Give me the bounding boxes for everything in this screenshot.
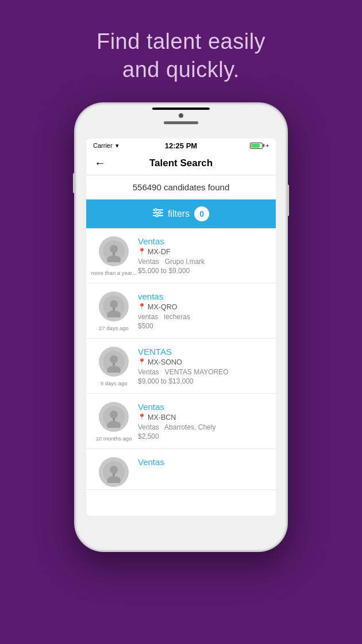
candidate-salary-4: $2,500 xyxy=(138,432,268,440)
phone-top-bar xyxy=(164,113,198,124)
status-bar: Carrier ▾ 12:25 PM + xyxy=(86,139,276,152)
candidate-info-5: Ventas xyxy=(133,457,268,469)
candidate-salary-1: $5,000 to $9,000 xyxy=(138,267,268,275)
filters-badge: 0 xyxy=(194,206,209,221)
avatar-col-5 xyxy=(94,457,133,487)
candidate-name-2: ventas xyxy=(138,292,268,301)
candidate-location-2: 📍 MX-QRO xyxy=(138,303,268,311)
avatar-2 xyxy=(99,292,129,321)
avatar-col-1: more than a year... xyxy=(94,236,133,276)
candidate-item-5[interactable]: Ventas xyxy=(86,449,276,490)
candidate-tags-2: ventas lecheras xyxy=(138,313,268,321)
candidates-count: 556490 candidates found xyxy=(86,175,276,200)
location-text-2: MX-QRO xyxy=(148,303,177,311)
candidate-name-3: VENTAS xyxy=(138,347,268,356)
headline-line1: Find talent easily xyxy=(97,29,265,53)
phone-mockup: Carrier ▾ 12:25 PM + ← Talent Search 556… xyxy=(75,103,287,551)
headline: Find talent easily and quickly. xyxy=(97,28,265,85)
candidate-info-1: Ventas 📍 MX-DF Ventas Grupo l,mark $5,00… xyxy=(133,236,268,275)
candidate-item-3[interactable]: 9 days ago VENTAS 📍 MX-SONO Ventas VENTA… xyxy=(86,339,276,394)
candidate-tags-3: Ventas VENTAS MAYOREO xyxy=(138,368,268,376)
time-label-1: more than a year... xyxy=(91,270,136,276)
avatar-1 xyxy=(99,236,129,266)
time-label-2: 27 days ago xyxy=(99,325,129,331)
avatar-col-2: 27 days ago xyxy=(94,292,133,331)
status-left: Carrier ▾ xyxy=(93,142,119,150)
candidate-name-1: Ventas xyxy=(138,236,268,246)
svg-point-5 xyxy=(156,214,158,217)
carrier-label: Carrier xyxy=(93,142,113,149)
time-label-3: 9 days ago xyxy=(101,380,127,386)
avatar-3 xyxy=(99,347,129,377)
candidate-name-5: Ventas xyxy=(138,457,268,467)
svg-point-4 xyxy=(159,212,161,214)
location-text-4: MX-BCN xyxy=(148,413,176,421)
candidate-location-4: 📍 MX-BCN xyxy=(138,413,268,421)
back-button[interactable]: ← xyxy=(94,156,106,170)
battery-icon xyxy=(250,143,263,149)
candidate-tags-4: Ventas Abarrotes. Chely xyxy=(138,423,268,431)
svg-point-11 xyxy=(110,300,118,308)
candidate-info-3: VENTAS 📍 MX-SONO Ventas VENTAS MAYOREO $… xyxy=(133,347,268,385)
candidate-name-4: Ventas xyxy=(138,402,268,412)
battery-fill xyxy=(251,144,259,148)
candidate-location-3: 📍 MX-SONO xyxy=(138,358,268,366)
candidate-salary-3: $9,000 to $13,000 xyxy=(138,377,268,385)
nav-title: Talent Search xyxy=(149,158,213,169)
home-indicator xyxy=(152,108,210,110)
phone-screen: Carrier ▾ 12:25 PM + ← Talent Search 556… xyxy=(86,139,276,516)
svg-point-23 xyxy=(110,466,118,474)
avatar-4 xyxy=(99,402,129,432)
status-right: + xyxy=(250,143,269,149)
candidate-location-1: 📍 MX-DF xyxy=(138,248,268,256)
camera-dot xyxy=(179,113,183,118)
avatar-5 xyxy=(99,457,129,487)
candidate-tags-1: Ventas Grupo l,mark xyxy=(138,258,268,266)
candidates-list: more than a year... Ventas 📍 MX-DF Venta… xyxy=(86,228,276,516)
speaker-bar xyxy=(164,121,198,124)
phone-shell: Carrier ▾ 12:25 PM + ← Talent Search 556… xyxy=(75,103,287,551)
filters-bar[interactable]: filters 0 xyxy=(86,200,276,228)
candidate-item-1[interactable]: more than a year... Ventas 📍 MX-DF Venta… xyxy=(86,228,276,283)
svg-point-19 xyxy=(110,411,118,419)
battery-plus: + xyxy=(265,143,269,149)
time-label-4: 10 months ago xyxy=(96,435,132,442)
svg-point-7 xyxy=(110,245,118,253)
candidate-info-2: ventas 📍 MX-QRO ventas lecheras $500 xyxy=(133,292,268,330)
location-icon-2: 📍 xyxy=(138,303,146,310)
headline-line2: and quickly. xyxy=(122,57,240,82)
location-icon-1: 📍 xyxy=(138,248,146,255)
filters-label: filters xyxy=(168,209,190,219)
candidate-item-4[interactable]: 10 months ago Ventas 📍 MX-BCN Ventas Aba… xyxy=(86,394,276,449)
svg-point-15 xyxy=(110,355,118,363)
status-time: 12:25 PM xyxy=(165,141,197,150)
svg-point-3 xyxy=(155,209,157,211)
location-text-3: MX-SONO xyxy=(148,358,182,366)
location-text-1: MX-DF xyxy=(148,248,171,256)
candidate-salary-2: $500 xyxy=(138,322,268,330)
avatar-col-4: 10 months ago xyxy=(94,402,133,442)
filters-icon xyxy=(153,208,163,220)
location-icon-3: 📍 xyxy=(138,358,146,366)
location-icon-4: 📍 xyxy=(138,413,146,421)
wifi-icon: ▾ xyxy=(115,142,119,150)
nav-bar: ← Talent Search xyxy=(86,152,276,175)
avatar-col-3: 9 days ago xyxy=(94,347,133,386)
candidate-info-4: Ventas 📍 MX-BCN Ventas Abarrotes. Chely … xyxy=(133,402,268,440)
candidate-item-2[interactable]: 27 days ago ventas 📍 MX-QRO ventas leche… xyxy=(86,283,276,339)
